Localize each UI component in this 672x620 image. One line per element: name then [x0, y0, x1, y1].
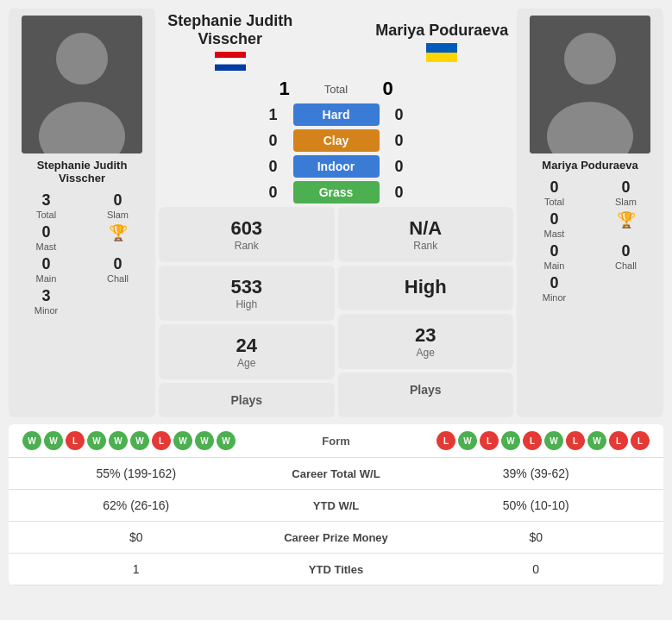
player2-name: Mariya Poduraeva	[542, 159, 637, 172]
clay-row: 0 Clay 0	[159, 129, 513, 152]
stat-row: 62% (26-16) YTD W/L 50% (10-10)	[9, 490, 663, 522]
player2-slam: 0 Slam	[595, 178, 656, 207]
p1-rank-label: Rank	[166, 240, 328, 252]
player1-trophy: 🏆	[87, 223, 148, 252]
p2-age-label: Age	[345, 347, 507, 359]
p2-plays-card: Plays	[338, 373, 514, 417]
form-badge: W	[195, 431, 214, 450]
p1-age-card: 24 Age	[159, 324, 335, 379]
form-badge: L	[631, 431, 650, 450]
clay-right: 0	[386, 132, 412, 150]
player1-main: 0 Main	[16, 255, 77, 284]
form-badge: W	[587, 431, 606, 450]
stat-row: $0 Career Prize Money $0	[9, 522, 663, 554]
form-badge: L	[523, 431, 542, 450]
p1-plays-label: Plays	[230, 393, 262, 407]
names-row: Stephanie Judith Visscher Mariya Podurae…	[159, 9, 513, 74]
indoor-button: Indoor	[293, 155, 380, 178]
svg-rect-3	[215, 52, 246, 58]
player2-total: 0 Total	[524, 178, 585, 207]
stat-center-3: YTD Titles	[250, 563, 423, 576]
player1-flag	[159, 52, 302, 71]
stat-right-3: 0	[423, 562, 650, 576]
p1-high-value: 533	[166, 276, 328, 298]
top-section: Stephanie Judith Visscher 3 Total 0 Slam…	[9, 9, 663, 417]
p1-age-label: Age	[166, 357, 328, 369]
stat-left-0: 55% (199-162)	[22, 467, 250, 480]
p2-rank-label: Rank	[345, 240, 507, 252]
p1-plays-card: Plays	[159, 383, 335, 417]
svg-rect-4	[215, 58, 246, 64]
player1-avatar	[22, 16, 142, 153]
form-badge: W	[173, 431, 192, 450]
form-label: Form	[285, 435, 388, 448]
p1-high-card: 533 High	[159, 266, 335, 321]
form-badge: W	[87, 431, 106, 450]
grass-left: 0	[261, 184, 286, 202]
form-badge: W	[217, 431, 236, 450]
indoor-right: 0	[386, 158, 412, 176]
form-badge: L	[66, 431, 85, 450]
p1-age-value: 24	[166, 335, 328, 357]
player1-total: 3 Total	[16, 191, 77, 220]
player1-header-name: Stephanie Judith Visscher	[159, 12, 302, 48]
grass-button: Grass	[293, 181, 380, 204]
form-badge: L	[436, 431, 455, 450]
trophy-icon: 🏆	[109, 223, 128, 242]
form-badge: W	[22, 431, 41, 450]
p1-rank-value: 603	[166, 217, 328, 240]
stat-left-1: 62% (26-16)	[22, 498, 250, 512]
player2-minor: 0 Minor	[524, 274, 585, 303]
player1-header: Stephanie Judith Visscher	[159, 12, 302, 71]
player1-card: Stephanie Judith Visscher 3 Total 0 Slam…	[9, 9, 155, 417]
form-badge: W	[501, 431, 520, 450]
player2-stats: 0 Total 0 Slam 0 Mast 🏆 0 Main	[524, 178, 656, 303]
player2-mast: 0 Mast	[524, 210, 585, 239]
stat-row: 55% (199-162) Career Total W/L 39% (39-6…	[9, 458, 663, 490]
player1-minor: 3 Minor	[16, 287, 77, 316]
form-row: WWLWWWLWWW Form LWLWLWLWLL	[9, 424, 663, 458]
p2-high-card: High	[338, 266, 514, 310]
form-badge: W	[109, 431, 128, 450]
player1-chall: 0 Chall	[87, 255, 148, 284]
svg-rect-5	[215, 65, 246, 71]
form-badge: W	[44, 431, 63, 450]
svg-point-9	[564, 33, 616, 85]
clay-left: 0	[261, 132, 286, 150]
total-label: Total	[302, 83, 371, 96]
stat-right-0: 39% (39-62)	[423, 467, 650, 480]
player1-form: WWLWWWLWWW	[22, 431, 285, 450]
stat-row: 1 YTD Titles 0	[9, 554, 663, 586]
bottom-section: WWLWWWLWWW Form LWLWLWLWLL 55% (199-162)…	[9, 424, 663, 586]
total-row: 1 Total 0	[159, 78, 513, 100]
form-badge: W	[458, 431, 477, 450]
stat-right-1: 50% (10-10)	[423, 498, 650, 512]
total-score-left: 1	[267, 78, 302, 100]
svg-rect-6	[426, 43, 457, 53]
p1-rank-card: 603 Rank	[159, 207, 335, 262]
svg-rect-7	[426, 53, 457, 62]
player1-mast: 0 Mast	[16, 223, 77, 252]
svg-point-1	[56, 33, 108, 85]
stat-center-1: YTD W/L	[250, 499, 423, 512]
stat-center-0: Career Total W/L	[250, 467, 423, 480]
stat-center-2: Career Prize Money	[250, 531, 423, 544]
form-badge: L	[152, 431, 171, 450]
player2-card: Mariya Poduraeva 0 Total 0 Slam 0 Mast 🏆	[517, 9, 663, 417]
trophy2-icon: 🏆	[617, 210, 636, 229]
player1-name: Stephanie Judith Visscher	[16, 159, 148, 185]
player2-header-name: Mariya Poduraeva	[371, 22, 514, 40]
hard-left: 1	[261, 106, 286, 124]
total-score-right: 0	[371, 78, 405, 100]
indoor-left: 0	[261, 158, 286, 176]
indoor-row: 0 Indoor 0	[159, 155, 513, 178]
center-section: Stephanie Judith Visscher Mariya Podurae…	[159, 9, 513, 417]
player2-main: 0 Main	[524, 242, 585, 271]
player2-form: LWLWLWLWLL	[388, 431, 650, 450]
surface-rows: 1 Hard 0 0 Clay 0 0 Indoor 0 0 Grass	[159, 103, 513, 204]
stats-rows: 55% (199-162) Career Total W/L 39% (39-6…	[9, 458, 663, 586]
stat-left-2: $0	[22, 530, 250, 544]
hard-row: 1 Hard 0	[159, 103, 513, 126]
form-badge: L	[480, 431, 499, 450]
form-badge: L	[609, 431, 628, 450]
